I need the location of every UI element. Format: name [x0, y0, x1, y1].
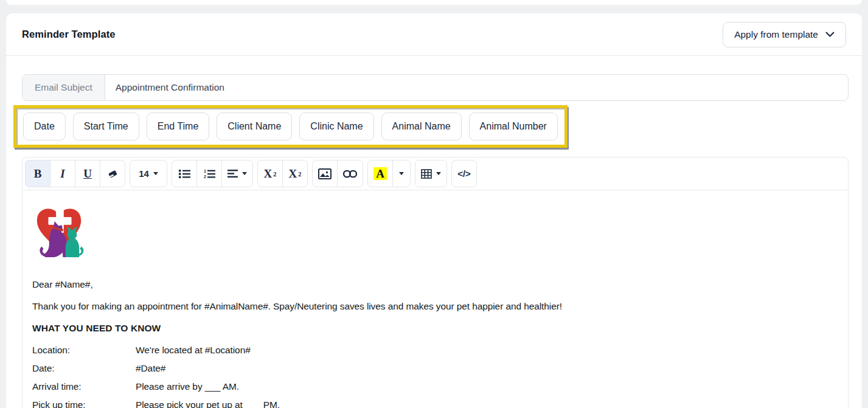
svg-text:2: 2: [204, 175, 206, 179]
list-align-group: 12: [172, 160, 253, 187]
row-label: Pick up time:: [32, 398, 136, 408]
card-header: Reminder Template Apply from template: [6, 13, 862, 56]
caret-down-icon: [399, 172, 404, 175]
insert-link-button[interactable]: [337, 160, 363, 187]
bold-icon: B: [34, 167, 42, 181]
superscript-digit: 2: [273, 170, 277, 178]
variable-button-client-name[interactable]: Client Name: [217, 112, 292, 140]
email-subject-group: Email Subject: [22, 74, 849, 101]
clear-formatting-button[interactable]: [100, 160, 125, 187]
subscript-digit: 2: [298, 170, 302, 178]
underline-icon: U: [83, 167, 92, 181]
apply-from-template-label: Apply from template: [734, 29, 818, 40]
insert-table-dropdown[interactable]: [415, 160, 447, 187]
insert-image-button[interactable]: [312, 160, 338, 187]
superscript-button[interactable]: X2: [257, 160, 283, 187]
page-title: Reminder Template: [22, 29, 116, 40]
row-label: Arrival time:: [32, 380, 136, 393]
table-row: Arrival time: Please arrive by ___ AM.: [32, 380, 841, 393]
table-row: Location: We're located at #Location#: [32, 344, 841, 357]
italic-button[interactable]: I: [50, 160, 75, 187]
table-icon: [421, 169, 432, 179]
ordered-list-button[interactable]: 12: [196, 160, 222, 187]
row-label: Date:: [32, 362, 136, 375]
link-icon: [343, 170, 357, 178]
underline-button[interactable]: U: [75, 160, 100, 187]
table-row: Pick up time: Please pick your pet up at…: [32, 398, 841, 408]
table-group: [415, 160, 447, 187]
chevron-down-icon: [825, 32, 835, 38]
caret-down-icon: [153, 172, 158, 175]
eraser-icon: [107, 168, 118, 179]
font-color-button[interactable]: A: [367, 160, 393, 187]
script-group: X2 X2: [257, 160, 308, 187]
variable-button-date[interactable]: Date: [23, 112, 66, 140]
email-subject-input[interactable]: [105, 75, 848, 100]
row-value: #Date#: [136, 362, 841, 375]
table-row: Date: #Date#: [32, 362, 841, 375]
caret-down-icon: [242, 172, 247, 175]
heart-cross-dog-cat-logo-icon: [32, 201, 86, 260]
font-color-group: A: [367, 160, 411, 187]
apply-from-template-button[interactable]: Apply from template: [723, 22, 846, 47]
bold-button[interactable]: B: [25, 160, 50, 187]
variable-button-start-time[interactable]: Start Time: [73, 112, 139, 140]
paragraph-align-dropdown[interactable]: [221, 160, 253, 187]
rich-text-editor: B I U 14: [22, 157, 849, 408]
subscript-button[interactable]: X2: [282, 160, 308, 187]
row-value: We're located at #Location#: [136, 344, 841, 357]
info-table: Location: We're located at #Location# Da…: [32, 344, 841, 408]
editor-toolbar: B I U 14: [23, 157, 848, 190]
template-variables-annotation-box: Date Start Time End Time Client Name Cli…: [13, 105, 568, 148]
italic-icon: I: [60, 167, 64, 181]
section-heading: WHAT YOU NEED TO KNOW: [32, 322, 841, 335]
font-color-dropdown[interactable]: [392, 160, 411, 187]
code-view-button[interactable]: </>: [451, 160, 477, 187]
ordered-list-icon: 12: [204, 169, 215, 179]
unordered-list-button[interactable]: [172, 160, 197, 187]
font-color-icon: A: [373, 167, 387, 180]
row-label: Location:: [32, 344, 136, 357]
font-size-value: 14: [139, 168, 149, 179]
intro-text: Thank you for making an appointment for …: [32, 300, 841, 313]
image-icon: [318, 168, 332, 179]
align-left-icon: [227, 170, 238, 178]
superscript-icon: X: [263, 167, 272, 181]
font-size-dropdown[interactable]: 14: [130, 160, 167, 187]
variable-button-clinic-name[interactable]: Clinic Name: [299, 112, 373, 140]
subscript-icon: X: [288, 167, 297, 181]
font-style-group: B I U: [25, 160, 125, 187]
variable-button-animal-number[interactable]: Animal Number: [469, 112, 558, 140]
insert-group: [312, 160, 363, 187]
font-size-group: 14: [130, 160, 167, 187]
email-subject-label: Email Subject: [23, 75, 105, 100]
greeting-text: Dear #Name#,: [32, 278, 841, 291]
previous-card-edge: [6, 0, 862, 5]
variable-button-animal-name[interactable]: Animal Name: [381, 112, 462, 140]
code-group: </>: [451, 160, 477, 187]
variable-button-end-time[interactable]: End Time: [147, 112, 210, 140]
editor-content[interactable]: Dear #Name#, Thank you for making an app…: [23, 190, 848, 408]
row-value: Please pick your pet up at ___ PM.: [136, 398, 841, 408]
svg-text:1: 1: [204, 169, 206, 173]
code-icon: </>: [457, 168, 471, 179]
unordered-list-icon: [179, 169, 190, 179]
caret-down-icon: [436, 172, 441, 175]
row-value: Please arrive by ___ AM.: [136, 380, 841, 393]
reminder-template-card: Reminder Template Apply from template Em…: [6, 13, 862, 408]
